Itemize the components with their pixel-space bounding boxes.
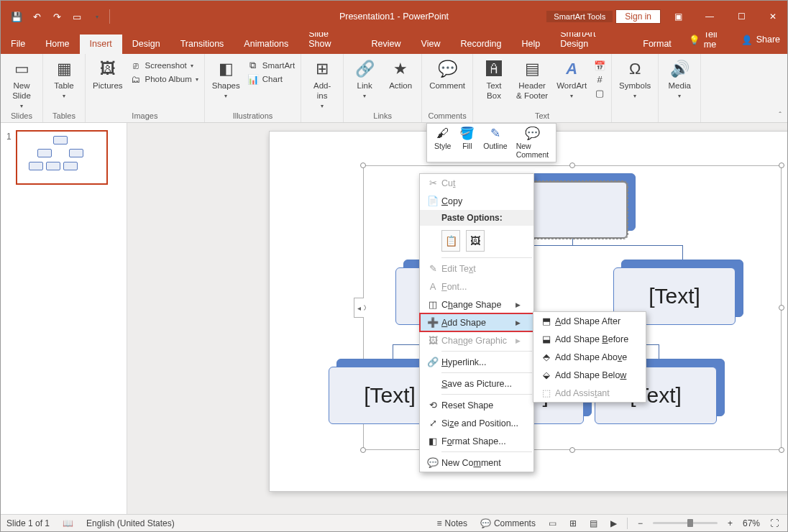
spellcheck-icon[interactable]: 📖 <box>60 518 76 528</box>
add-shape-icon: ➕ <box>424 317 441 328</box>
comment-button[interactable]: 💬Comment <box>426 56 468 91</box>
font-icon: A <box>424 281 441 292</box>
ctx-change-shape[interactable]: ◫Change Shape▶ <box>420 295 533 313</box>
sign-in-button[interactable]: Sign in <box>615 9 661 24</box>
resize-handle[interactable] <box>360 162 366 168</box>
tab-animations[interactable]: Animations <box>234 35 298 54</box>
ctx-paste-options-label: Paste Options: <box>420 210 533 226</box>
add-before-icon: ⬓ <box>538 334 555 344</box>
tab-review[interactable]: Review <box>362 35 411 54</box>
ctx-format-shape[interactable]: ◧Format Shape... <box>420 432 533 450</box>
media-button[interactable]: 🔊Media▾ <box>663 56 696 99</box>
group-tables-label: Tables <box>47 110 81 122</box>
tab-insert[interactable]: Insert <box>80 35 122 54</box>
ribbon-display-icon[interactable]: ▣ <box>664 6 692 27</box>
ctx-size-position[interactable]: ⤢Size and Position... <box>420 414 533 432</box>
paste-keep-formatting-icon[interactable]: 📋 <box>441 230 460 252</box>
date-time-button[interactable]: 📅 <box>592 59 607 72</box>
tab-view[interactable]: View <box>411 35 451 54</box>
collapse-ribbon-icon[interactable]: ˆ <box>779 111 782 119</box>
ctx-save-as-picture[interactable]: Save as Picture... <box>420 375 533 393</box>
ctx-add-shape[interactable]: ➕Add Shape▶ ⬒Add Shape After ⬓Add Shape … <box>420 313 533 331</box>
ctx-change-graphic[interactable]: 🖼Change Graphic▶ <box>420 331 533 349</box>
number-icon: # <box>594 73 605 85</box>
undo-icon[interactable]: ↶ <box>27 6 47 27</box>
date-icon: 📅 <box>594 60 605 71</box>
redo-icon[interactable]: ↷ <box>47 6 67 27</box>
zoom-slider[interactable] <box>653 522 718 524</box>
ctx-font[interactable]: AFont... <box>420 278 533 295</box>
zoom-in-icon[interactable]: + <box>725 518 736 528</box>
screenshot-button[interactable]: ⎚Screenshot▾ <box>129 59 200 72</box>
language-indicator[interactable]: English (United States) <box>86 518 175 528</box>
share-button[interactable]: 👤Share <box>734 30 787 50</box>
slide-number-button[interactable]: # <box>592 73 607 86</box>
tab-file[interactable]: File <box>1 35 35 54</box>
sub-add-above[interactable]: ⬘Add Shape Above <box>533 348 646 366</box>
mini-new-comment-button[interactable]: 💬New Comment <box>512 125 554 160</box>
photo-album-button[interactable]: 🗂Photo Album▾ <box>129 73 200 86</box>
ctx-copy[interactable]: 📄Copy <box>420 192 533 210</box>
tab-help[interactable]: Help <box>511 35 550 54</box>
addins-button[interactable]: ⊞Add- ins▾ <box>306 56 339 109</box>
tab-format[interactable]: Format <box>633 35 682 54</box>
table-button[interactable]: ▦Table▾ <box>47 56 81 99</box>
resize-handle[interactable] <box>569 162 575 168</box>
normal-view-icon[interactable]: ▭ <box>546 518 559 528</box>
sub-add-assistant[interactable]: ⬚Add Assistant <box>533 384 646 402</box>
close-icon[interactable]: ✕ <box>759 6 787 27</box>
tab-recording[interactable]: Recording <box>450 35 511 54</box>
zoom-out-icon[interactable]: − <box>635 518 646 528</box>
pictures-button[interactable]: 🖼Pictures <box>90 56 126 91</box>
start-from-beginning-icon[interactable]: ▭ <box>67 6 87 27</box>
ctx-reset-shape[interactable]: ⟲Reset Shape <box>420 396 533 414</box>
wordart-button[interactable]: AWordArt▾ <box>554 56 590 99</box>
smartart-button[interactable]: ⧉SmartArt <box>246 59 296 72</box>
sub-add-after[interactable]: ⬒Add Shape After <box>533 312 646 330</box>
save-icon[interactable]: 💾 <box>6 6 27 27</box>
minimize-icon[interactable]: — <box>695 6 724 27</box>
chart-button[interactable]: 📊Chart <box>246 73 296 86</box>
maximize-icon[interactable]: ☐ <box>727 6 756 27</box>
resize-handle[interactable] <box>779 447 784 453</box>
resize-handle[interactable] <box>360 447 366 453</box>
slide-thumbnail-1[interactable]: 1 <box>6 130 121 185</box>
slide-sorter-icon[interactable]: ⊞ <box>567 518 579 528</box>
header-footer-button[interactable]: ▤Header & Footer <box>513 56 551 101</box>
symbols-button[interactable]: ΩSymbols▾ <box>616 56 654 99</box>
mini-outline-button[interactable]: ✎Outline <box>479 125 511 160</box>
resize-handle[interactable] <box>569 447 575 453</box>
tab-design[interactable]: Design <box>122 35 170 54</box>
text-box-button[interactable]: 🅰Text Box <box>477 56 510 101</box>
notes-button[interactable]: ≡Notes <box>434 518 470 528</box>
share-icon: 👤 <box>741 35 753 45</box>
ctx-new-comment[interactable]: 💬New Comment <box>420 454 533 472</box>
slide-indicator[interactable]: Slide 1 of 1 <box>6 518 50 528</box>
zoom-level[interactable]: 67% <box>743 518 760 528</box>
fit-to-window-icon[interactable]: ⛶ <box>767 518 782 528</box>
text-pane-toggle[interactable]: ◂ <box>354 298 364 318</box>
tab-home[interactable]: Home <box>35 35 79 54</box>
group-slides-label: Slides <box>5 110 38 122</box>
ctx-hyperlink[interactable]: 🔗Hyperlink... <box>420 353 533 371</box>
paste-picture-icon[interactable]: 🖼 <box>466 230 485 252</box>
object-button[interactable]: ▢ <box>592 86 607 99</box>
tab-transitions[interactable]: Transitions <box>170 35 234 54</box>
slide-canvas[interactable]: ◂ [Text] [Text] <box>127 123 787 514</box>
resize-handle[interactable] <box>779 305 784 311</box>
action-button[interactable]: ★Action <box>384 56 417 91</box>
sub-add-below[interactable]: ⬙Add Shape Below <box>533 366 646 384</box>
comments-button[interactable]: 💬Comments <box>477 518 539 528</box>
link-button[interactable]: 🔗Link▾ <box>348 56 381 99</box>
slideshow-view-icon[interactable]: ▶ <box>608 518 620 528</box>
resize-handle[interactable] <box>779 162 784 168</box>
new-slide-button[interactable]: ▭New Slide▾ <box>5 56 38 109</box>
qat-customize-icon[interactable]: ▾ <box>87 6 107 27</box>
ctx-cut[interactable]: ✂Cut <box>420 174 533 192</box>
mini-style-button[interactable]: 🖌Style <box>430 125 455 160</box>
shapes-button[interactable]: ◧Shapes▾ <box>209 56 243 99</box>
ctx-edit-text[interactable]: ✎Edit Text <box>420 260 533 278</box>
mini-fill-button[interactable]: 🪣Fill <box>455 125 479 160</box>
reading-view-icon[interactable]: ▤ <box>587 518 600 528</box>
sub-add-before[interactable]: ⬓Add Shape Before <box>533 330 646 348</box>
